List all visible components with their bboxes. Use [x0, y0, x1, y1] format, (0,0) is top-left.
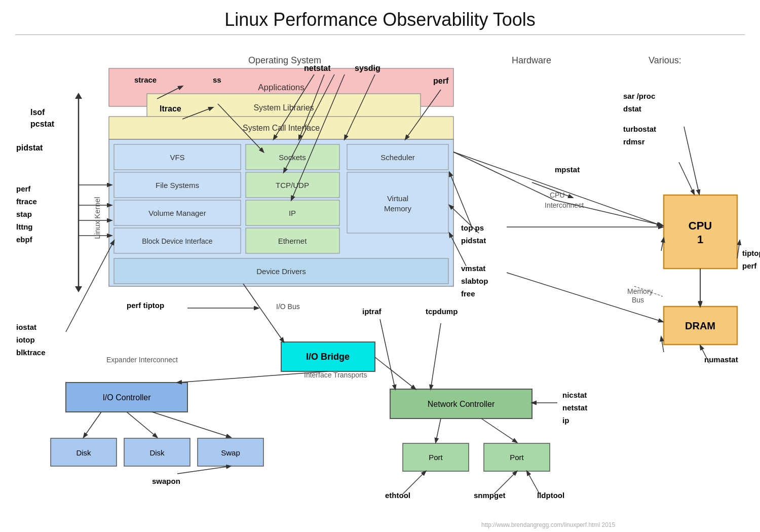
svg-text:Various:: Various: — [649, 55, 681, 65]
svg-text:DRAM: DRAM — [685, 320, 715, 331]
svg-text:1: 1 — [697, 233, 703, 246]
svg-text:Sockets: Sockets — [279, 153, 306, 162]
svg-line-105 — [177, 466, 231, 474]
svg-line-96 — [375, 357, 415, 389]
svg-text:Disk: Disk — [76, 448, 91, 457]
svg-text:I/O Bus: I/O Bus — [276, 302, 300, 311]
svg-line-75 — [66, 241, 114, 332]
svg-text:nicstat: nicstat — [562, 391, 587, 399]
svg-text:lldptool: lldptool — [537, 491, 564, 500]
svg-text:Linux Kernel: Linux Kernel — [93, 197, 101, 239]
svg-text:ethtool: ethtool — [385, 491, 410, 500]
svg-line-95 — [152, 412, 231, 437]
svg-text:perf: perf — [433, 77, 449, 85]
svg-text:tcpdump: tcpdump — [426, 307, 458, 316]
svg-text:slabtop: slabtop — [461, 277, 488, 285]
svg-text:Swap: Swap — [221, 448, 240, 457]
svg-text:Expander Interconnect: Expander Interconnect — [106, 356, 178, 364]
svg-text:dstat: dstat — [623, 104, 641, 113]
svg-text:ebpf: ebpf — [16, 235, 33, 244]
svg-line-100 — [380, 319, 395, 389]
svg-text:Block Device Interface: Block Device Interface — [142, 237, 212, 245]
svg-text:sysdig: sysdig — [355, 64, 381, 72]
svg-text:Hardware: Hardware — [512, 55, 551, 65]
svg-text:sar /proc: sar /proc — [623, 92, 655, 100]
svg-text:ftrace: ftrace — [16, 197, 37, 206]
svg-text:iotop: iotop — [16, 335, 35, 344]
svg-text:Volume Manager: Volume Manager — [148, 209, 206, 217]
diagram-svg: Operating System Hardware Various: Appli… — [0, 38, 760, 532]
svg-text:iptraf: iptraf — [362, 307, 382, 316]
svg-line-93 — [84, 412, 101, 437]
svg-text:lttng: lttng — [16, 222, 32, 231]
svg-line-88 — [684, 127, 699, 194]
page-container: { "title": "Linux Performance Observabil… — [0, 0, 760, 532]
svg-text:ltrace: ltrace — [160, 104, 181, 113]
svg-text:Port: Port — [510, 453, 524, 462]
svg-text:perf: perf — [742, 261, 757, 270]
svg-line-98 — [481, 419, 517, 442]
svg-marker-69 — [75, 93, 82, 99]
svg-text:perf tiptop: perf tiptop — [127, 301, 164, 310]
divider — [15, 34, 745, 35]
svg-text:stap: stap — [16, 210, 32, 218]
svg-line-101 — [431, 323, 441, 389]
svg-line-97 — [436, 419, 441, 442]
svg-text:ip: ip — [562, 416, 569, 425]
svg-text:I/O Controller: I/O Controller — [102, 393, 151, 402]
svg-text:System Libraries: System Libraries — [253, 103, 314, 112]
svg-text:TCP/UDP: TCP/UDP — [276, 181, 309, 189]
svg-marker-70 — [75, 286, 82, 292]
svg-line-89 — [679, 162, 694, 194]
svg-text:IP: IP — [289, 209, 296, 217]
svg-text:Bus: Bus — [632, 296, 644, 304]
svg-text:snmpget: snmpget — [474, 491, 506, 500]
svg-text:Applications: Applications — [258, 83, 305, 92]
svg-text:Device Drivers: Device Drivers — [256, 267, 306, 276]
svg-text:netstat: netstat — [562, 403, 587, 412]
svg-text:blktrace: blktrace — [16, 348, 46, 357]
svg-line-150 — [555, 200, 663, 225]
svg-text:top ps: top ps — [461, 223, 484, 232]
svg-text:Ethernet: Ethernet — [278, 237, 308, 245]
svg-line-94 — [127, 412, 157, 437]
svg-text:perf: perf — [16, 184, 31, 193]
svg-text:swapon: swapon — [152, 477, 180, 485]
svg-text:I/O Bridge: I/O Bridge — [306, 352, 350, 362]
svg-text:Virtual: Virtual — [387, 194, 408, 203]
svg-line-149 — [453, 152, 555, 200]
svg-text:Memory: Memory — [384, 204, 412, 213]
svg-text:Scheduler: Scheduler — [381, 153, 415, 162]
svg-line-90 — [243, 284, 284, 342]
svg-text:strace: strace — [134, 75, 157, 84]
svg-rect-30 — [347, 172, 448, 233]
svg-text:tiptop: tiptop — [742, 249, 760, 257]
svg-text:rdmsr: rdmsr — [623, 137, 645, 146]
svg-text:pidstat: pidstat — [16, 143, 43, 152]
svg-text:pidstat: pidstat — [461, 236, 486, 245]
svg-text:CPU: CPU — [689, 219, 712, 232]
svg-text:Network Controller: Network Controller — [428, 400, 495, 408]
svg-text:free: free — [461, 289, 475, 298]
svg-text:Disk: Disk — [149, 448, 165, 457]
svg-text:netstat: netstat — [304, 64, 331, 72]
svg-text:pcstat: pcstat — [30, 120, 55, 128]
svg-line-62 — [453, 152, 661, 225]
page-title: Linux Performance Observability Tools — [0, 0, 760, 34]
svg-text:VFS: VFS — [170, 153, 184, 162]
svg-text:turbostat: turbostat — [623, 125, 656, 133]
svg-text:http://www.brendangregg.com/li: http://www.brendangregg.com/linuxperf.ht… — [481, 521, 615, 528]
svg-text:vmstat: vmstat — [461, 264, 485, 273]
svg-text:iostat: iostat — [16, 323, 36, 331]
svg-text:Port: Port — [429, 453, 443, 462]
svg-text:lsof: lsof — [30, 108, 45, 117]
svg-text:ss: ss — [213, 75, 221, 84]
svg-text:File Systems: File Systems — [156, 181, 199, 189]
svg-text:mpstat: mpstat — [555, 165, 580, 174]
